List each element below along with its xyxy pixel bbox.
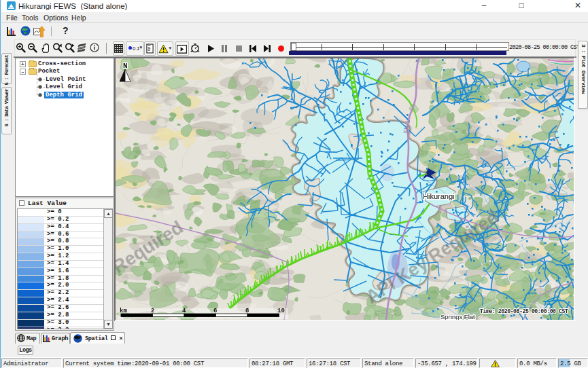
svg-text:Time: 2020-08-25 00:00:00 CST: Time: 2020-08-25 00:00:00 CST (480, 308, 568, 314)
svg-text:6: 6 (213, 308, 217, 314)
svg-text:2: 2 (151, 308, 154, 314)
svg-text:10: 10 (277, 308, 285, 314)
svg-text:N: N (123, 62, 128, 70)
svg-text:km: km (120, 308, 127, 314)
svg-text:Springs Flat: Springs Flat (440, 313, 475, 320)
svg-text:4: 4 (182, 308, 186, 314)
svg-text:Hikurangi: Hikurangi (423, 192, 454, 200)
svg-text:8: 8 (245, 308, 249, 314)
